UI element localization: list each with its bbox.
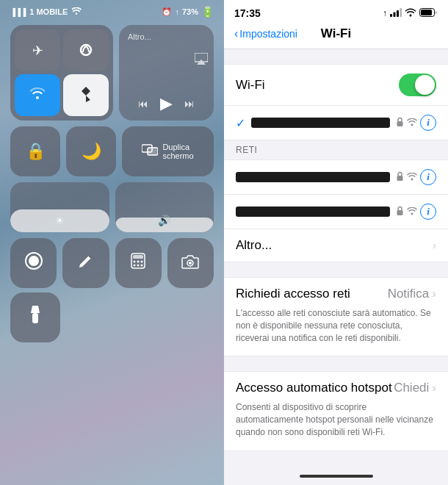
mirror-icon [142, 143, 158, 160]
cc-mid-row: 🔒 🌙 Duplica schermo [10, 126, 214, 176]
location-icon: ↑ [175, 7, 179, 16]
airplay-icon[interactable] [195, 53, 208, 68]
cc-widgets: ✈ [10, 25, 214, 288]
lock-icon-1 [396, 171, 404, 183]
media-title: Altro... [125, 32, 151, 41]
accesso-desc: Consenti al dispositivo di scoprire auto… [236, 395, 436, 441]
back-label: Impostazioni [239, 28, 297, 40]
cc-bottom-row [10, 238, 214, 288]
svg-rect-16 [390, 14, 392, 17]
svg-point-10 [134, 265, 136, 267]
richiedi-label: Richiedi accesso reti [236, 287, 350, 301]
mirror-label: Duplica schermo [162, 143, 193, 160]
svg-point-14 [189, 262, 192, 265]
airplane-mode-button[interactable]: ✈ [15, 29, 60, 71]
markup-button[interactable] [62, 238, 109, 288]
richiedi-value: Notifica › [388, 287, 436, 301]
carrier-label: 1 MOBILE [29, 7, 68, 16]
network-row-2[interactable]: i [224, 195, 448, 229]
accesso-chevron-icon: › [432, 381, 436, 395]
signal-status-icon [390, 8, 402, 19]
location-status-icon: ↑ [383, 8, 387, 18]
next-button[interactable]: ⏭ [184, 98, 195, 109]
svg-rect-24 [397, 210, 403, 215]
accesso-label: Accesso automatico hotspot [236, 381, 392, 395]
volume-icon: 🔊 [158, 215, 170, 228]
network-2-info-button[interactable]: i [420, 204, 436, 220]
brightness-icon: ☀ [55, 215, 65, 228]
network-1-info-button[interactable]: i [420, 169, 436, 185]
home-bar [300, 475, 373, 478]
screen-mirror-button[interactable]: Duplica schermo [122, 126, 214, 176]
richiedi-desc: L'accesso alle reti conosciute sarà auto… [236, 301, 436, 347]
record-icon [24, 251, 43, 275]
battery-percent: 73% [182, 7, 198, 16]
svg-point-4 [29, 256, 39, 266]
cc-top-row: ✈ [10, 25, 214, 121]
airplane-icon: ✈ [32, 43, 43, 59]
svg-point-7 [134, 261, 136, 263]
camera-button[interactable] [167, 238, 214, 288]
connected-network-info-button[interactable]: i [420, 115, 436, 131]
back-button[interactable]: ‹ Impostazioni [234, 27, 297, 40]
screen-record-button[interactable] [10, 238, 57, 288]
altro-row[interactable]: Altro... › [224, 229, 448, 262]
wifi-toggle-row: Wi-Fi [224, 64, 448, 106]
wifi-status-icon [72, 7, 82, 17]
wifi-toggle-switch[interactable] [399, 73, 436, 96]
orientation-lock-button[interactable]: 🔒 [10, 126, 60, 176]
richiedi-row[interactable]: Richiedi accesso reti Notifica › L'acces… [224, 277, 448, 356]
wifi-toggle-icon [30, 87, 45, 104]
torch-button[interactable] [10, 292, 60, 342]
accesso-row[interactable]: Accesso automatico hotspot Chiedi › Cons… [224, 371, 448, 450]
pencil-icon [78, 253, 94, 273]
play-button[interactable]: ▶ [160, 94, 173, 113]
wifi-settings-panel: 17:35 ↑ [224, 0, 448, 485]
richiedi-section: Richiedi accesso reti Notifica › L'acces… [224, 277, 448, 356]
toggle-knob [415, 75, 435, 95]
clock-icon: ⏰ [162, 7, 172, 17]
battery-status-icon [419, 8, 438, 19]
network-row-1[interactable]: i [224, 159, 448, 195]
wifi-icon-1 [407, 171, 417, 183]
wifi-status-badge [405, 8, 416, 19]
nav-title: Wi-Fi [321, 26, 351, 41]
network-name-1 [236, 172, 390, 182]
prev-button[interactable]: ⏮ [138, 98, 148, 109]
cellular-button[interactable] [63, 29, 109, 71]
network-1-icons: i [396, 169, 436, 185]
svg-rect-2 [148, 148, 158, 155]
reti-section-header: RETI [224, 140, 448, 159]
signal-icon: ▐▐▐ [10, 8, 26, 16]
cc-status-right: ⏰ ↑ 73% 🔋 [162, 6, 214, 18]
battery-icon: 🔋 [201, 6, 214, 18]
network-2-icons: i [396, 204, 436, 220]
status-icons: ↑ [383, 8, 438, 19]
wifi-nav-bar: ‹ Impostazioni Wi-Fi [224, 24, 448, 49]
wifi-toggle-button[interactable] [15, 74, 60, 116]
cc-connectivity-block: ✈ [10, 25, 113, 121]
wifi-toggle-label: Wi-Fi [236, 78, 265, 93]
volume-slider[interactable]: 🔊 [115, 182, 214, 232]
do-not-disturb-button[interactable]: 🌙 [66, 126, 116, 176]
brightness-slider[interactable]: ☀ [10, 182, 109, 232]
cellular-icon [79, 43, 93, 58]
connected-network-row[interactable]: ✓ i [224, 106, 448, 140]
lock-icon [396, 117, 404, 129]
wifi-toggle-section: Wi-Fi [224, 64, 448, 106]
calculator-button[interactable] [115, 238, 162, 288]
svg-rect-22 [397, 121, 403, 126]
svg-point-11 [137, 265, 140, 267]
wifi-content: Wi-Fi ✓ [224, 49, 448, 469]
cc-sliders: ☀ 🔊 [10, 182, 214, 232]
cc-status-left: ▐▐▐ 1 MOBILE [10, 7, 82, 17]
svg-rect-6 [133, 255, 143, 259]
svg-rect-17 [394, 12, 396, 17]
bluetooth-icon [81, 86, 91, 105]
bluetooth-button[interactable] [63, 74, 109, 116]
altro-chevron-icon: › [433, 240, 436, 251]
orientation-icon: 🔒 [26, 142, 46, 161]
network-name-2 [236, 206, 390, 217]
back-chevron-icon: ‹ [234, 27, 238, 40]
wifi-icon-2 [407, 206, 417, 218]
